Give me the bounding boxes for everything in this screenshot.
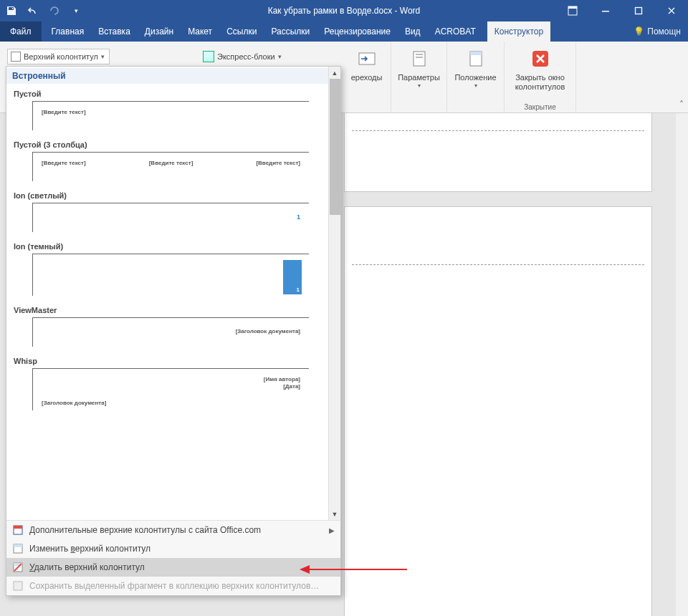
svg-rect-17 bbox=[14, 582, 22, 590]
close-hf-label: Закрыть окно колонтитулов bbox=[506, 73, 575, 92]
svg-rect-12 bbox=[14, 526, 22, 529]
tab-acrobat[interactable]: ACROBAT bbox=[428, 21, 483, 42]
tab-insert[interactable]: Вставка bbox=[91, 21, 138, 42]
placeholder-text: [Введите текст] bbox=[42, 160, 86, 166]
gallery-scrollbar[interactable]: ▲ ▼ bbox=[328, 67, 340, 520]
chevron-down-icon: ▾ bbox=[278, 53, 282, 60]
scroll-up-icon[interactable]: ▲ bbox=[329, 67, 340, 79]
edit-header[interactable]: Изменить верхний колонтитул bbox=[6, 539, 340, 558]
document-page[interactable] bbox=[344, 113, 652, 192]
header-dropdown-button[interactable]: Верхний колонтитул ▾ bbox=[7, 49, 110, 64]
doc-title-placeholder: [Заголовок документа] bbox=[42, 400, 106, 406]
tab-layout[interactable]: Макет bbox=[181, 21, 219, 42]
tab-design[interactable]: Дизайн bbox=[138, 21, 181, 42]
maximize-button[interactable] bbox=[622, 0, 655, 21]
tab-review[interactable]: Рецензирование bbox=[317, 21, 398, 42]
gallery-category: Встроенный bbox=[6, 68, 340, 84]
more-label: Дополнительные верхние колонтитулы с сай… bbox=[29, 525, 261, 535]
lightbulb-icon: 💡 bbox=[634, 27, 644, 37]
edit-header-icon bbox=[12, 543, 24, 554]
gallery-footer: Дополнительные верхние колонтитулы с сай… bbox=[6, 520, 340, 595]
undo-icon[interactable] bbox=[26, 4, 40, 18]
gallery-item-label: Whisp bbox=[6, 351, 340, 368]
scrollbar-thumb[interactable] bbox=[330, 79, 340, 215]
close-header-footer-button[interactable]: Закрыть окно колонтитулов bbox=[506, 44, 575, 92]
svg-rect-1 bbox=[568, 6, 577, 9]
window-buttons bbox=[556, 0, 688, 21]
transitions-button[interactable]: ереходы bbox=[342, 44, 392, 82]
gallery-item-label: Ion (светлый) bbox=[6, 186, 340, 203]
tab-references[interactable]: Ссылки bbox=[219, 21, 264, 42]
quick-access-toolbar: ▾ bbox=[0, 4, 83, 18]
position-label: Положение bbox=[454, 73, 496, 82]
header-page-icon bbox=[11, 52, 21, 62]
gallery-item-viewmaster[interactable]: [Заголовок документа] bbox=[32, 317, 309, 347]
placeholder-text: [Введите текст] bbox=[256, 160, 300, 166]
svg-rect-9 bbox=[470, 52, 482, 55]
tell-me-label: Помощн bbox=[647, 27, 681, 37]
gallery-item-label: Пустой bbox=[6, 84, 340, 101]
remove-header[interactable]: Удалить верхний колонтитул bbox=[6, 558, 340, 577]
gallery-item-label: ViewMaster bbox=[6, 300, 340, 317]
tab-mailings[interactable]: Рассылки bbox=[264, 21, 317, 42]
tab-home[interactable]: Главная bbox=[44, 21, 92, 42]
svg-rect-3 bbox=[636, 8, 642, 14]
chevron-down-icon: ▾ bbox=[101, 53, 105, 60]
office-icon bbox=[12, 524, 24, 536]
gallery-item-label: Пустой (3 столбца) bbox=[6, 135, 340, 152]
save-icon[interactable] bbox=[4, 4, 19, 18]
gallery-item-ion-dark[interactable]: 1 bbox=[32, 254, 309, 296]
save-to-gallery-icon bbox=[12, 580, 24, 592]
save-selection-label: Сохранить выделенный фрагмент в коллекци… bbox=[29, 581, 319, 591]
ribbon-display-options-icon[interactable] bbox=[556, 0, 589, 21]
gallery-item-empty[interactable]: [Введите текст] bbox=[32, 101, 309, 130]
placeholder-text: [Введите текст] bbox=[42, 109, 86, 115]
more-from-office-com[interactable]: Дополнительные верхние колонтитулы с сай… bbox=[6, 521, 340, 539]
express-blocks-label: Экспресс-блоки bbox=[217, 52, 275, 61]
tab-file[interactable]: Файл bbox=[0, 21, 42, 42]
svg-rect-6 bbox=[416, 54, 423, 55]
position-button[interactable]: Положение ▾ bbox=[451, 44, 501, 90]
parameters-icon bbox=[408, 47, 431, 70]
qat-customize-icon[interactable]: ▾ bbox=[69, 4, 83, 18]
gallery-scroll-area: Встроенный Пустой [Введите текст] Пустой… bbox=[6, 67, 340, 520]
page-number: 1 bbox=[297, 213, 300, 221]
transitions-label: ереходы bbox=[351, 73, 383, 82]
position-icon bbox=[464, 47, 487, 70]
tab-constructor[interactable]: Конструктор bbox=[487, 21, 550, 42]
save-selection-to-gallery: Сохранить выделенный фрагмент в коллекци… bbox=[6, 577, 340, 595]
collapse-ribbon-icon[interactable]: ˄ bbox=[679, 100, 684, 110]
document-page[interactable] bbox=[344, 206, 652, 616]
author-date-placeholder: [Имя автора] [Дата] bbox=[264, 376, 300, 390]
gallery-item-whisp[interactable]: [Имя автора] [Дата] [Заголовок документа… bbox=[32, 368, 309, 410]
close-x-icon bbox=[529, 47, 552, 70]
group-close: Закрыть окно колонтитулов Закрытие bbox=[505, 42, 576, 112]
remove-header-icon bbox=[12, 562, 24, 573]
close-button[interactable] bbox=[655, 0, 688, 21]
header-boundary-line bbox=[352, 264, 644, 265]
tell-me-search[interactable]: 💡 Помощн bbox=[626, 21, 688, 42]
gallery-item-empty3[interactable]: [Введите текст] [Введите текст] [Введите… bbox=[32, 152, 309, 181]
scroll-down-icon[interactable]: ▼ bbox=[329, 508, 340, 520]
chevron-right-icon: ▶ bbox=[329, 526, 335, 534]
header-footer-controls: Верхний колонтитул ▾ bbox=[7, 49, 110, 64]
group-parameters: Параметры ▾ bbox=[391, 42, 447, 112]
svg-rect-14 bbox=[14, 544, 22, 547]
group-position: Положение ▾ bbox=[447, 42, 505, 112]
title-bar: ▾ Как убрать рамки в Ворде.docx - Word bbox=[0, 0, 688, 21]
edit-header-label: Изменить верхний колонтитул bbox=[29, 544, 150, 554]
header-gallery-popup: Встроенный Пустой [Введите текст] Пустой… bbox=[6, 66, 341, 596]
placeholder-text: [Введите текст] bbox=[149, 160, 194, 166]
express-blocks-button[interactable]: Экспресс-блоки ▾ bbox=[199, 49, 285, 64]
parameters-label: Параметры bbox=[398, 73, 440, 82]
minimize-button[interactable] bbox=[589, 0, 622, 21]
svg-rect-2 bbox=[602, 11, 609, 12]
vertical-scrollbar[interactable] bbox=[676, 113, 688, 616]
header-boundary-line bbox=[352, 130, 644, 131]
transitions-icon bbox=[355, 47, 378, 70]
redo-icon[interactable] bbox=[47, 4, 62, 18]
parameters-button[interactable]: Параметры ▾ bbox=[394, 44, 444, 90]
doc-title-placeholder: [Заголовок документа] bbox=[236, 328, 300, 335]
tab-view[interactable]: Вид bbox=[398, 21, 428, 42]
gallery-item-ion-light[interactable]: 1 bbox=[32, 203, 309, 232]
